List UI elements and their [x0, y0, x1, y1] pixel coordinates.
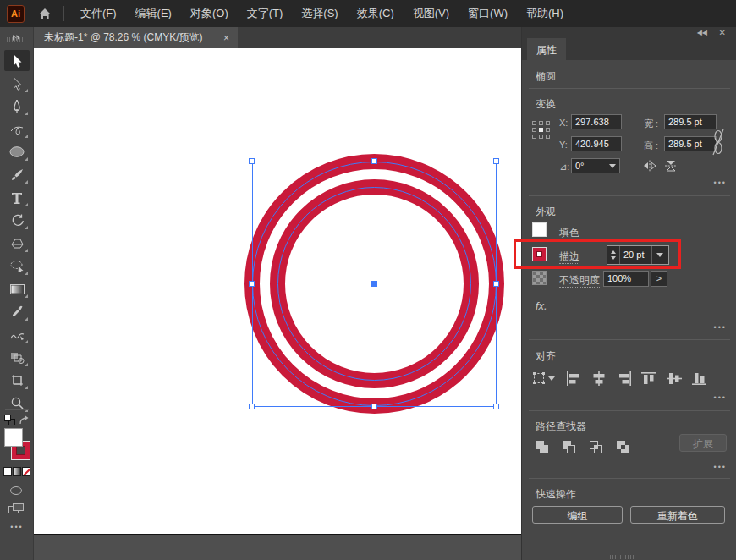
app-logo-icon[interactable]: Ai	[7, 5, 25, 23]
flip-vertical-icon[interactable]	[664, 160, 678, 172]
fx-button[interactable]: fx.	[536, 299, 547, 312]
opacity-options-button[interactable]: >	[651, 271, 667, 287]
vertical-align-center-icon[interactable]	[667, 371, 682, 386]
tool-eyedropper[interactable]	[4, 301, 30, 322]
drawing-mode-icon[interactable]	[9, 484, 23, 499]
document-tab[interactable]: 未标题-1* @ 78.26 % (CMYK/预览) ×	[34, 27, 238, 48]
group-button[interactable]: 编组	[532, 506, 623, 524]
fill-swatch[interactable]	[532, 222, 547, 237]
pathfinder-unite-icon[interactable]	[534, 439, 550, 455]
horizontal-align-right-icon[interactable]	[617, 371, 632, 386]
align-more-icon[interactable]: •••	[714, 393, 727, 402]
menu-item-window[interactable]: 窗口(W)	[459, 0, 517, 27]
tab-properties[interactable]: 属性	[527, 38, 566, 60]
pathfinder-intersect-icon[interactable]	[588, 439, 604, 455]
appearance-more-icon[interactable]: •••	[714, 323, 727, 332]
tool-type[interactable]	[4, 187, 30, 208]
panel-collapse-icon[interactable]: ◀◀	[697, 29, 707, 36]
toolbar-grip[interactable]	[7, 37, 27, 42]
tool-lasso[interactable]	[4, 255, 30, 277]
pathfinder-more-icon[interactable]: •••	[714, 463, 727, 471]
none-button[interactable]	[22, 467, 30, 476]
section-divider	[529, 88, 730, 89]
selection-handle-bottom-right[interactable]	[493, 404, 499, 409]
tool-selection[interactable]	[4, 50, 30, 71]
x-input[interactable]: 297.638	[571, 114, 622, 129]
constrain-proportions-icon[interactable]	[711, 124, 725, 162]
transform-more-icon[interactable]: •••	[714, 178, 727, 187]
horizontal-align-left-icon[interactable]	[566, 371, 581, 386]
selection-handle-top-center[interactable]	[371, 158, 377, 164]
artboard[interactable]	[34, 48, 521, 535]
menu-divider	[63, 6, 64, 21]
stroke-weight-stepper[interactable]	[607, 246, 620, 264]
object-type-label: 椭圆	[536, 69, 556, 84]
toolbar-more-icon[interactable]: •••	[0, 523, 34, 531]
angle-dropdown[interactable]: 0°	[571, 158, 620, 173]
fill-color-swatch[interactable]	[4, 428, 23, 447]
menu-item-select[interactable]: 选择(S)	[292, 0, 347, 27]
height-input[interactable]: 289.5 pt	[664, 136, 717, 151]
menu-item-help[interactable]: 帮助(H)	[517, 0, 573, 27]
y-label: Y:	[559, 140, 568, 150]
selection-handle-bottom-left[interactable]	[249, 404, 255, 409]
panel-bottom-grip[interactable]	[610, 555, 635, 559]
pathfinder-exclude-icon[interactable]	[615, 439, 631, 455]
tool-pen[interactable]	[4, 96, 30, 117]
menu-item-file[interactable]: 文件(F)	[71, 0, 126, 27]
tool-gradient[interactable]	[4, 278, 30, 299]
panel-close-icon[interactable]: ✕	[719, 29, 726, 36]
menu-item-effect[interactable]: 效果(C)	[348, 0, 404, 27]
tool-zoom[interactable]	[4, 393, 30, 414]
selection-handle-top-right[interactable]	[493, 158, 499, 164]
reference-point-selector[interactable]	[532, 121, 550, 139]
tool-list	[0, 49, 34, 415]
opacity-label[interactable]: 不透明度	[559, 273, 600, 288]
home-icon[interactable]	[36, 5, 53, 22]
flip-horizontal-icon[interactable]	[642, 160, 657, 172]
tool-direct-selection[interactable]	[4, 73, 30, 94]
stroke-label[interactable]: 描边	[559, 250, 579, 264]
menu-item-type[interactable]: 文字(T)	[238, 0, 293, 27]
tool-rotate[interactable]	[4, 210, 30, 231]
tool-shaper[interactable]	[4, 324, 30, 345]
opacity-input[interactable]: 100%	[603, 271, 649, 287]
selection-handle-middle-right[interactable]	[493, 281, 499, 287]
vertical-align-top-icon[interactable]	[641, 371, 656, 386]
selection-handle-middle-left[interactable]	[249, 281, 255, 287]
menu-item-view[interactable]: 视图(V)	[404, 0, 459, 27]
default-fill-stroke-icon[interactable]	[4, 415, 15, 425]
width-input[interactable]: 289.5 pt	[664, 114, 717, 129]
stroke-weight-dropdown[interactable]	[651, 246, 667, 264]
tool-curvature[interactable]	[4, 118, 30, 140]
stroke-weight-control[interactable]: 20 pt	[607, 245, 669, 265]
tool-eraser[interactable]	[4, 233, 30, 254]
y-input[interactable]: 420.945	[571, 136, 622, 151]
canvas-area	[34, 48, 521, 560]
color-button[interactable]	[3, 467, 12, 476]
quick-actions-section-title: 快速操作	[536, 487, 576, 502]
tool-artboard[interactable]	[4, 370, 30, 391]
tab-close-icon[interactable]: ×	[223, 32, 229, 44]
horizontal-align-center-icon[interactable]	[591, 371, 607, 386]
vertical-align-bottom-icon[interactable]	[692, 371, 707, 386]
panel-tab-row: 属性	[522, 38, 736, 60]
selection-center-point[interactable]	[371, 281, 377, 287]
selection-handle-bottom-center[interactable]	[371, 404, 377, 409]
align-to-dropdown[interactable]	[532, 371, 555, 385]
menu-item-object[interactable]: 对象(O)	[181, 0, 238, 27]
tool-shape-builder[interactable]	[4, 347, 30, 368]
tool-ellipse[interactable]	[4, 141, 30, 162]
recolor-button[interactable]: 重新着色	[630, 506, 725, 524]
pathfinder-minus-front-icon[interactable]	[561, 439, 577, 455]
tool-paintbrush[interactable]	[4, 164, 30, 185]
gradient-button[interactable]	[13, 467, 21, 476]
stroke-swatch[interactable]	[532, 247, 547, 261]
stroke-weight-value[interactable]: 20 pt	[620, 246, 651, 264]
swap-fill-stroke-icon[interactable]	[19, 414, 29, 429]
menu-item-edit[interactable]: 编辑(E)	[126, 0, 181, 27]
selection-handle-top-left[interactable]	[249, 158, 255, 164]
screen-mode-icon[interactable]	[8, 502, 24, 518]
expand-button[interactable]: 扩展	[679, 434, 727, 452]
opacity-swatch[interactable]	[532, 271, 547, 285]
